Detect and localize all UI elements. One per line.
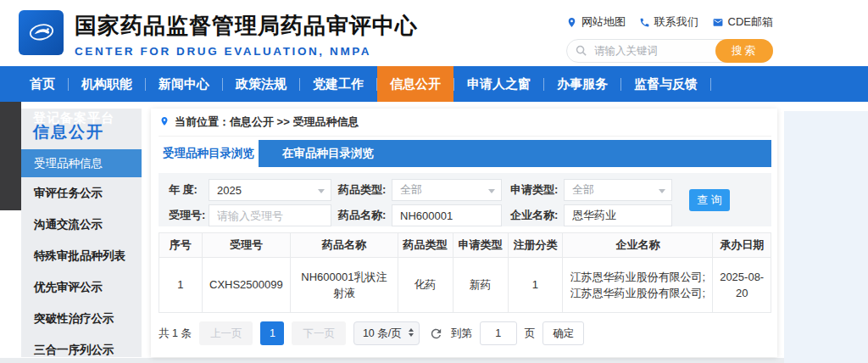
nav-item-party[interactable]: 党建工作 [300, 66, 376, 102]
query-button[interactable]: 查 询 [689, 189, 730, 211]
site-header: 国家药品监督管理局药品审评中心 CENTER FOR DRUG EVALUATI… [0, 0, 868, 66]
col-header-reg-class: 注册分类 [508, 233, 563, 258]
col-header-drug-type: 药品类型 [398, 233, 453, 258]
nav-item-supervision[interactable]: 监督与反馈 [621, 66, 710, 102]
cell-company: 江苏恩华药业股份有限公司;江苏恩华药业股份有限公司; [563, 258, 713, 313]
refresh-icon[interactable] [429, 327, 443, 341]
cell-apply-type: 新药 [453, 258, 508, 313]
year-select[interactable]: 2025 [209, 179, 331, 201]
nav-item-policies[interactable]: 政策法规 [223, 66, 299, 102]
sidebar-item-special-approval[interactable]: 特殊审批品种列表 [21, 240, 142, 271]
cell-drug-name: NH600001乳状注射液 [291, 258, 398, 313]
apply-type-label: 申请类型: [510, 182, 564, 198]
nav-item-news[interactable]: 新闻中心 [146, 66, 222, 102]
col-header-seq: 序号 [159, 233, 203, 258]
goto-label: 到第 [451, 327, 472, 341]
cell-drug-type: 化药 [398, 258, 453, 313]
phone-icon [639, 17, 650, 28]
year-value: 2025 [217, 184, 242, 197]
page-size-select[interactable]: 10 条/页 [353, 321, 420, 345]
year-label: 年 度: [169, 182, 209, 198]
sitemap-label: 网站地图 [581, 14, 626, 30]
col-header-drug-name: 药品名称 [291, 233, 398, 258]
breadcrumb-pin-icon [159, 116, 170, 129]
sidebar-overlay-title: 登记备案平台 [33, 110, 114, 126]
sidebar-item-accepted-varieties[interactable]: 受理品种信息 [21, 149, 142, 177]
breadcrumb: 当前位置：信息公开 >> 受理品种信息 [159, 109, 771, 137]
accept-no-label: 受理号: [169, 208, 209, 223]
sidebar-item-three-in-one[interactable]: 三合一序列公示 [21, 334, 142, 363]
sitemap-link[interactable]: 网站地图 [566, 14, 626, 30]
drug-type-label: 药品类型: [338, 182, 392, 198]
sidebar: 登记备案平台 信息公开 受理品种信息 审评任务公示 沟通交流公示 特殊审批品种列… [21, 109, 142, 357]
tab-accepted-catalog[interactable]: 受理品种目录浏览 [159, 140, 259, 167]
swan-logo-icon [25, 14, 58, 52]
cell-accept-no: CXHS2500099 [202, 258, 291, 313]
tab-bar: 受理品种目录浏览 在审品种目录浏览 [159, 140, 771, 167]
results-table: 序号 受理号 药品名称 药品类型 申请类型 注册分类 企业名称 承办日期 1 C… [159, 232, 771, 313]
page-size-value: 10 条/页 [363, 327, 402, 341]
drug-type-value: 全部 [400, 182, 422, 198]
nav-item-services[interactable]: 办事服务 [544, 66, 620, 102]
sidebar-item-breakthrough-therapy[interactable]: 突破性治疗公示 [21, 303, 142, 334]
right-background [784, 111, 868, 363]
site-title: 国家药品监督管理局药品审评中心 [75, 11, 418, 41]
left-dark-strip [0, 102, 21, 210]
nav-separator [710, 78, 711, 91]
sidebar-item-review-tasks[interactable]: 审评任务公示 [21, 177, 142, 209]
drug-name-input[interactable] [392, 204, 502, 226]
prev-page-button[interactable]: 上一页 [199, 321, 253, 345]
sidebar-item-priority-review[interactable]: 优先审评公示 [21, 271, 142, 303]
cell-seq: 1 [159, 258, 203, 313]
search-icon [575, 44, 587, 60]
apply-type-value: 全部 [572, 182, 594, 198]
accept-no-input[interactable] [209, 204, 331, 226]
contact-label: 联系我们 [654, 14, 698, 30]
total-count: 共 1 条 [159, 327, 192, 341]
cde-logo[interactable] [19, 10, 64, 55]
nav-item-functions[interactable]: 机构职能 [69, 66, 145, 102]
cell-date: 2025-08-20 [713, 258, 771, 313]
page-number-1[interactable]: 1 [260, 321, 284, 345]
cde-mail-label: CDE邮箱 [728, 14, 773, 30]
chevron-down-icon [318, 189, 325, 193]
col-header-date: 承办日期 [713, 233, 771, 258]
next-page-button[interactable]: 下一页 [292, 321, 346, 345]
filter-panel: 年 度: 2025 药品类型: 全部 申请类型: 全部 [159, 173, 771, 226]
cell-reg-class: 1 [508, 258, 563, 313]
main-nav: 首页 机构职能 新闻中心 政策法规 党建工作 信息公开 申请人之窗 办事服务 监… [0, 66, 868, 102]
col-header-accept-no: 受理号 [202, 233, 291, 258]
nav-item-info-disclosure[interactable]: 信息公开 [377, 66, 453, 102]
goto-page-input[interactable] [480, 321, 517, 345]
breadcrumb-text: 当前位置：信息公开 >> 受理品种信息 [175, 114, 359, 130]
tab-under-review-catalog[interactable]: 在审品种目录浏览 [259, 140, 398, 167]
table-row: 1 CXHS2500099 NH600001乳状注射液 化药 新药 1 江苏恩华… [159, 258, 771, 313]
main-content-card: 当前位置：信息公开 >> 受理品种信息 受理品种目录浏览 在审品种目录浏览 年 … [151, 109, 777, 357]
site-subtitle: CENTER FOR DRUG EVALUATION, NMPA [75, 45, 418, 58]
chevron-down-icon [659, 189, 665, 193]
nav-item-applicant-window[interactable]: 申请人之窗 [454, 66, 543, 102]
company-input[interactable] [564, 204, 672, 226]
drug-name-label: 药品名称: [338, 208, 392, 223]
location-pin-icon [566, 17, 577, 28]
apply-type-select[interactable]: 全部 [564, 179, 672, 201]
search-button[interactable]: 搜索 [715, 39, 773, 63]
col-header-company: 企业名称 [563, 233, 713, 258]
sidebar-item-communication[interactable]: 沟通交流公示 [21, 209, 142, 240]
contact-link[interactable]: 联系我们 [639, 14, 698, 30]
chevron-down-icon [488, 189, 495, 193]
drug-type-select[interactable]: 全部 [392, 179, 502, 201]
confirm-button[interactable]: 确定 [542, 321, 584, 345]
company-label: 企业名称: [510, 208, 564, 223]
table-header-row: 序号 受理号 药品名称 药品类型 申请类型 注册分类 企业名称 承办日期 [159, 233, 771, 258]
col-header-apply-type: 申请类型 [453, 233, 508, 258]
updown-arrows-icon [409, 328, 414, 337]
sidebar-menu: 受理品种信息 审评任务公示 沟通交流公示 特殊审批品种列表 优先审评公示 突破性… [21, 149, 142, 363]
nav-item-home[interactable]: 首页 [17, 66, 68, 102]
header-links: 网站地图 联系我们 CDE邮箱 [566, 14, 773, 30]
pagination: 共 1 条 上一页 1 下一页 10 条/页 到第 页 确定 [159, 321, 771, 345]
mail-icon [712, 17, 724, 28]
page-unit-label: 页 [525, 327, 536, 341]
header-search: 搜索 [566, 39, 773, 63]
cde-mail-link[interactable]: CDE邮箱 [712, 14, 773, 30]
